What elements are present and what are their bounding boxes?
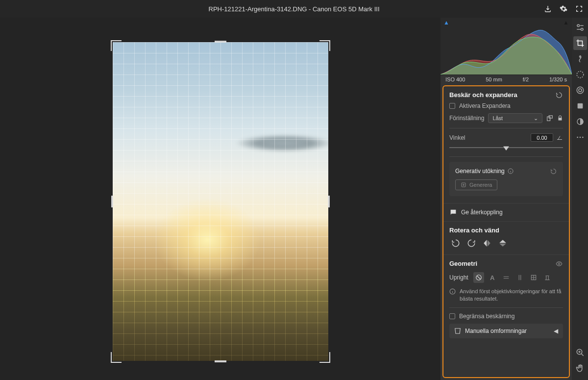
svg-point-8 [581, 28, 583, 31]
info-icon [449, 288, 456, 295]
section-crop: Beskär och expandera Aktivera Expandera … [443, 86, 569, 203]
swap-orientation-icon[interactable] [546, 115, 553, 122]
zoom-tool-icon[interactable] [573, 346, 587, 359]
preset-label: Förinställning [449, 115, 484, 122]
geometry-hint: Använd först objektivkorrigeringar för a… [460, 288, 563, 303]
rotate-ccw-icon[interactable] [451, 239, 460, 248]
meta-iso: ISO 400 [445, 76, 465, 82]
clip-highlight-icon[interactable]: ▲ [563, 19, 569, 26]
photo [113, 42, 328, 361]
svg-point-4 [558, 263, 560, 265]
feedback-label: Ge återkoppling [461, 209, 503, 216]
topbar-actions [542, 3, 585, 15]
eye-icon[interactable] [555, 260, 563, 267]
activate-expand-label: Aktivera Expandera [459, 102, 511, 109]
mask-tool-icon[interactable] [573, 68, 587, 81]
healing-tool-icon[interactable] [573, 52, 587, 66]
crop-handle-bottom[interactable] [215, 360, 226, 362]
svg-point-10 [577, 71, 584, 78]
preset-value: Låst [492, 115, 503, 121]
more-tool-icon[interactable] [573, 130, 587, 144]
upright-guided-icon[interactable] [542, 272, 553, 283]
upright-off-icon[interactable] [473, 272, 484, 283]
tool-strip [572, 18, 588, 380]
svg-point-11 [579, 89, 582, 92]
flip-vertical-icon[interactable] [498, 239, 507, 248]
generate-button[interactable]: Generera [455, 179, 497, 190]
export-icon[interactable] [542, 3, 554, 15]
feedback-row[interactable]: Ge återkoppling [443, 203, 569, 222]
straighten-icon[interactable] [556, 135, 563, 141]
crop-title: Beskär och expandera [449, 91, 517, 99]
rotate-cw-icon[interactable] [467, 239, 476, 248]
svg-point-9 [579, 56, 581, 57]
svg-point-15 [577, 137, 578, 138]
section-geometry: Geometri Upright A Använd först objektiv… [443, 255, 569, 345]
flip-horizontal-icon[interactable] [483, 239, 491, 248]
cloud-overlay [235, 134, 328, 152]
geometry-title: Geometri [449, 260, 477, 267]
meta-shutter: 1/320 s [549, 76, 567, 82]
constrain-crop-label: Begränsa beskärning [459, 313, 514, 320]
angle-label: Vinkel [449, 134, 465, 141]
feedback-icon [449, 208, 457, 216]
edit-tool-icon[interactable] [573, 21, 587, 34]
fullscreen-icon[interactable] [573, 3, 585, 15]
settings-icon[interactable] [558, 3, 569, 15]
chevron-down-icon: ⌄ [534, 115, 538, 122]
hand-tool-icon[interactable] [573, 361, 587, 375]
svg-point-17 [582, 137, 584, 138]
upright-level-icon[interactable] [501, 272, 512, 283]
lock-icon[interactable] [557, 115, 563, 122]
activate-expand-checkbox[interactable] [449, 103, 455, 109]
upright-full-icon[interactable] [528, 272, 539, 283]
gen-title: Generativ utökning [455, 168, 505, 175]
info-icon[interactable] [508, 168, 514, 174]
reset-gen-icon[interactable] [550, 168, 557, 175]
meta-aperture: f/2 [523, 76, 529, 82]
document-title: RPH-121221-Argentina-3142.DNG - Canon EO… [209, 5, 380, 13]
crop-tool-icon[interactable] [573, 36, 587, 50]
upright-auto-icon[interactable]: A [487, 272, 498, 283]
upright-vertical-icon[interactable] [514, 272, 525, 283]
upright-label: Upright [449, 274, 468, 281]
properties-panel: ▲ ▲ ISO 400 50 mm f/2 1/320 s Beskär och… [441, 18, 572, 380]
generate-label: Generera [469, 182, 492, 188]
section-rotate: Rotera och vänd [443, 222, 569, 255]
angle-value[interactable]: 0.00 [531, 133, 553, 142]
preset-select[interactable]: Låst ⌄ [488, 113, 542, 123]
top-bar: RPH-121221-Argentina-3142.DNG - Canon EO… [0, 0, 588, 18]
crop-handle-right[interactable] [328, 196, 330, 207]
redeye-tool-icon[interactable] [573, 83, 587, 97]
photo-container[interactable] [113, 42, 328, 361]
rotate-title: Rotera och vänd [449, 227, 563, 234]
triangle-left-icon: ◀ [554, 328, 558, 334]
constrain-crop-checkbox[interactable] [449, 313, 455, 319]
histogram[interactable]: ▲ ▲ [441, 18, 572, 75]
reset-crop-icon[interactable] [555, 92, 563, 99]
generative-expand-box: Generativ utökning Generera [449, 162, 563, 196]
meta-focal: 50 mm [486, 76, 502, 82]
panel-highlight: Beskär och expandera Aktivera Expandera … [442, 85, 570, 378]
crop-handle-top[interactable] [215, 41, 226, 43]
angle-slider[interactable] [449, 144, 563, 152]
image-stage [0, 18, 441, 380]
manual-label: Manuella omformningar [465, 328, 527, 334]
transform-icon [454, 328, 461, 334]
svg-point-7 [577, 25, 580, 27]
manual-transforms-row[interactable]: Manuella omformningar ◀ [449, 324, 563, 338]
histogram-meta: ISO 400 50 mm f/2 1/320 s [441, 75, 572, 85]
crop-handle-left[interactable] [111, 196, 113, 207]
versions-tool-icon[interactable] [573, 115, 587, 128]
svg-point-12 [577, 87, 584, 94]
preset-tool-icon[interactable] [573, 99, 587, 113]
svg-point-16 [579, 137, 581, 138]
svg-rect-13 [577, 103, 583, 109]
clip-shadow-icon[interactable]: ▲ [443, 19, 449, 26]
